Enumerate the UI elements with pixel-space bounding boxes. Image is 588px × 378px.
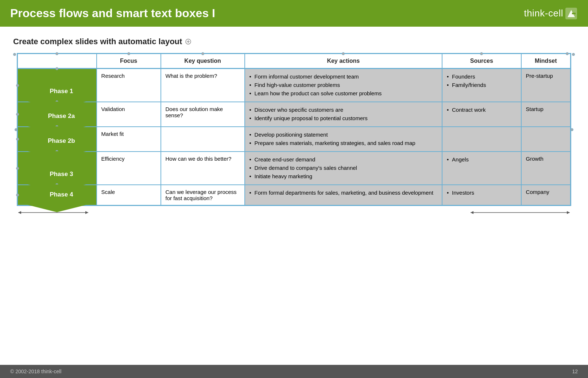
mindset-cell-4: Company bbox=[521, 185, 570, 205]
col-header-mindset: Mindset bbox=[521, 54, 570, 69]
action-item-2-0: Develop positioning statement bbox=[249, 131, 437, 138]
action-list-2: Develop positioning statementPrepare sal… bbox=[249, 131, 437, 147]
handle-top-ka[interactable] bbox=[342, 52, 345, 55]
action-list-1: Discover who specific customers areIdent… bbox=[249, 106, 437, 122]
action-list-3: Create end-user demandDrive demand to co… bbox=[249, 156, 437, 180]
key-actions-cell-2: Develop positioning statementPrepare sal… bbox=[245, 127, 442, 152]
handle-phase-left-1[interactable] bbox=[16, 113, 19, 116]
focus-cell-3: Efficiency bbox=[97, 152, 161, 185]
subtitle-icon bbox=[185, 38, 192, 45]
mindset-cell-0: Pre-startup bbox=[521, 69, 570, 102]
focus-cell-0: Research bbox=[97, 69, 161, 102]
handle-phase-left-4[interactable] bbox=[16, 194, 19, 196]
key-actions-cell-0: Form informal customer development teamF… bbox=[245, 69, 442, 102]
handle-phase-top-0[interactable] bbox=[55, 67, 58, 70]
key-question-cell-0: What is the problem? bbox=[161, 69, 245, 102]
handle-tl[interactable] bbox=[13, 53, 16, 56]
action-item-3-1: Drive demand to company's sales channel bbox=[249, 164, 437, 172]
focus-cell-1: Validation bbox=[97, 102, 161, 127]
focus-cell-4: Scale bbox=[97, 185, 161, 205]
action-item-4-0: Form formal departments for sales, marke… bbox=[249, 189, 437, 196]
phase-arrow-3 bbox=[28, 184, 86, 192]
main-content: Create complex slides with automatic lay… bbox=[0, 27, 588, 365]
svg-marker-10 bbox=[471, 211, 473, 214]
sources-list-4: Investors bbox=[447, 189, 517, 196]
handle-phase-left-3[interactable] bbox=[16, 167, 19, 170]
focus-header-label: Focus bbox=[120, 58, 137, 64]
header-title: Process flows and smart text boxes I bbox=[10, 7, 215, 20]
phase-arrow-1 bbox=[28, 126, 86, 134]
handle-top-sources[interactable] bbox=[480, 52, 483, 55]
process-table: Focus Key question Key actions Sources bbox=[17, 53, 571, 206]
svg-rect-2 bbox=[572, 13, 576, 14]
right-dim-arrow bbox=[469, 209, 571, 216]
source-item-0-0: Founders bbox=[447, 73, 517, 80]
handle-top-mindset[interactable] bbox=[566, 52, 569, 55]
sources-cell-3: Angels bbox=[442, 152, 521, 185]
action-list-0: Form informal customer development teamF… bbox=[249, 73, 437, 97]
handle-phase-left-2[interactable] bbox=[16, 138, 19, 141]
mindset-header-label: Mindset bbox=[535, 58, 557, 64]
handle-tr[interactable] bbox=[572, 53, 575, 56]
col-header-key-question: Key question bbox=[161, 54, 245, 69]
source-item-0-1: Family/friends bbox=[447, 81, 517, 89]
sources-list-1: Contract work bbox=[447, 106, 517, 114]
action-item-3-2: Initiate heavy marketing bbox=[249, 172, 437, 180]
footer-copyright: © 2002-2018 think-cell bbox=[10, 369, 61, 374]
mindset-cell-2 bbox=[521, 127, 570, 152]
table-row: Phase 3EfficiencyHow can we do this bett… bbox=[18, 152, 570, 185]
table-row: Phase 4ScaleCan we leverage our process … bbox=[18, 185, 570, 205]
focus-cell-2: Market fit bbox=[97, 127, 161, 152]
table-row: Phase 2bMarket fitDevelop positioning st… bbox=[18, 127, 570, 152]
logo-text: think-cell bbox=[524, 8, 563, 19]
logo-container: think-cell bbox=[524, 7, 578, 20]
subtitle-text: Create complex slides with automatic lay… bbox=[13, 37, 182, 46]
handle-phase-left-0[interactable] bbox=[16, 84, 19, 87]
col-header-sources: Sources bbox=[442, 54, 521, 69]
phase-arrow-4 bbox=[28, 205, 86, 212]
key-actions-cell-1: Discover who specific customers areIdent… bbox=[245, 102, 442, 127]
phase-arrow-2 bbox=[28, 151, 86, 159]
phase-label-0: Phase 1 bbox=[22, 88, 101, 95]
key-question-cell-4: Can we leverage our process for fast acq… bbox=[161, 185, 245, 205]
action-item-0-2: Learn how the product can solve customer… bbox=[249, 89, 437, 97]
source-item-4-0: Investors bbox=[447, 189, 517, 196]
key-actions-cell-3: Create end-user demandDrive demand to co… bbox=[245, 152, 442, 185]
sources-cell-4: Investors bbox=[442, 185, 521, 205]
mindset-cell-3: Growth bbox=[521, 152, 570, 185]
handle-top-kq[interactable] bbox=[201, 52, 204, 55]
footer-page-number: 12 bbox=[572, 369, 578, 374]
table-row: Phase 1ResearchWhat is the problem?Form … bbox=[18, 69, 570, 102]
header-bar: Process flows and smart text boxes I thi… bbox=[0, 0, 588, 27]
action-item-2-1: Prepare sales materials, marketing strat… bbox=[249, 139, 437, 147]
table-row: Phase 2aValidationDoes our solution make… bbox=[18, 102, 570, 127]
sources-header-label: Sources bbox=[470, 58, 493, 64]
slide-subtitle: Create complex slides with automatic lay… bbox=[13, 37, 575, 46]
phase-label-4: Phase 4 bbox=[22, 191, 101, 198]
key-question-cell-3: How can we do this better? bbox=[161, 152, 245, 185]
phase-label-3: Phase 3 bbox=[22, 171, 101, 178]
header-row: Focus Key question Key actions Sources bbox=[18, 54, 570, 69]
handle-top-focus[interactable] bbox=[127, 52, 130, 55]
phase-cell-0: Phase 1 bbox=[18, 69, 97, 102]
key-question-cell-1: Does our solution make sense? bbox=[161, 102, 245, 127]
action-item-1-1: Identify unique proposal to potential cu… bbox=[249, 114, 437, 122]
source-item-3-0: Angels bbox=[447, 156, 517, 163]
key-question-header-label: Key question bbox=[184, 58, 221, 64]
source-item-1-0: Contract work bbox=[447, 106, 517, 114]
svg-marker-11 bbox=[567, 211, 570, 214]
action-item-0-0: Form informal customer development team bbox=[249, 73, 437, 80]
sources-cell-1: Contract work bbox=[442, 102, 521, 127]
sources-list-3: Angels bbox=[447, 156, 517, 163]
action-list-4: Form formal departments for sales, marke… bbox=[249, 189, 437, 196]
footer-bar: © 2002-2018 think-cell 12 bbox=[0, 365, 588, 378]
col-header-key-actions: Key actions bbox=[245, 54, 442, 69]
handle-top-phase[interactable] bbox=[55, 52, 58, 55]
action-item-1-0: Discover who specific customers are bbox=[249, 106, 437, 114]
sources-cell-0: FoundersFamily/friends bbox=[442, 69, 521, 102]
phase-label-1: Phase 2a bbox=[22, 112, 101, 120]
key-question-cell-2 bbox=[161, 127, 245, 152]
logo-icon bbox=[565, 7, 578, 20]
action-item-3-0: Create end-user demand bbox=[249, 156, 437, 163]
sources-cell-2 bbox=[442, 127, 521, 152]
